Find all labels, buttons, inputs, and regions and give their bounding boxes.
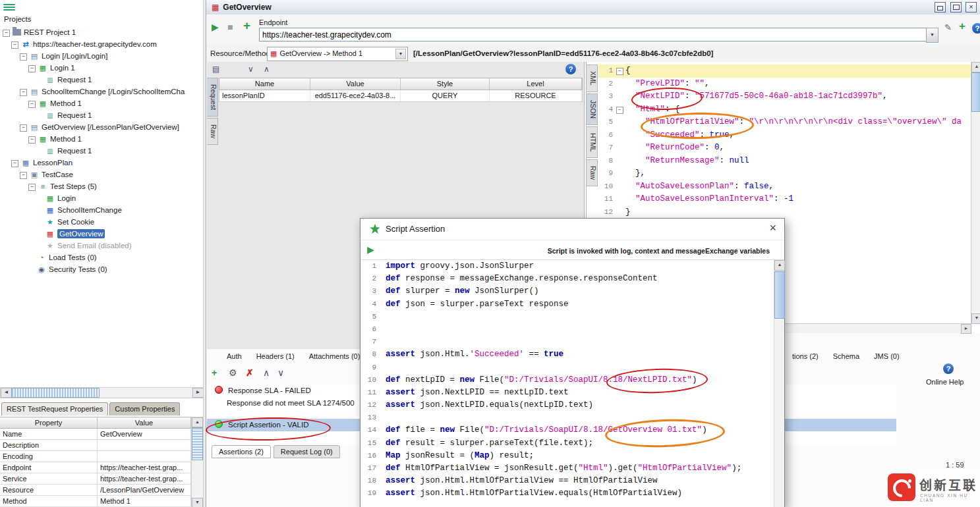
- expand-icon[interactable]: ∨: [248, 65, 254, 74]
- tab-schema[interactable]: Schema: [826, 350, 867, 362]
- tree-item[interactable]: ◉Security Tests (0): [0, 263, 203, 275]
- tree-item[interactable]: −▤GetOverview [/LessonPlan/GetOverview]: [0, 121, 203, 133]
- tab-jms-0[interactable]: JMS (0): [867, 350, 907, 362]
- tree-horizontal-scrollbar[interactable]: ◄ ►: [0, 387, 204, 398]
- method-selector[interactable]: ▦GetOverview -> Method 1 ▼: [267, 47, 408, 61]
- edit-params-icon[interactable]: ✎: [944, 22, 952, 32]
- tree-expander-icon[interactable]: −: [11, 41, 18, 49]
- tree-item[interactable]: −▦LessonPlan: [0, 157, 203, 169]
- scroll-up-icon[interactable]: ▲: [971, 62, 980, 72]
- maximize-window-icon[interactable]: [950, 2, 962, 13]
- tab-tions-2[interactable]: tions (2): [785, 350, 826, 362]
- tree-item[interactable]: ◔Load Tests (0): [0, 252, 203, 263]
- tab-auth[interactable]: Auth: [219, 350, 249, 362]
- response-view-tab-raw[interactable]: Raw: [587, 159, 598, 186]
- scrollbar-thumb[interactable]: [192, 427, 203, 460]
- online-help-label[interactable]: Online Help: [926, 378, 964, 386]
- request-view-tab-request[interactable]: Request: [207, 78, 218, 117]
- fold-icon[interactable]: [616, 103, 624, 117]
- tree-item[interactable]: ▦Login: [0, 192, 203, 204]
- property-value[interactable]: [98, 440, 191, 450]
- scrollbar-thumb[interactable]: [774, 271, 785, 319]
- tab-headers-1[interactable]: Headers (1): [249, 350, 302, 362]
- tab-request-log-0[interactable]: Request Log (0): [274, 445, 340, 458]
- property-value[interactable]: Method 1: [98, 496, 191, 506]
- fold-icon[interactable]: [616, 65, 624, 78]
- param-row[interactable]: lessonPlanIDedd51176-ece2-4a03-8...QUERY…: [219, 90, 583, 102]
- window-titlebar[interactable]: ▦GetOverview ×: [206, 0, 980, 15]
- tree-item[interactable]: ▥Request 1: [0, 145, 203, 157]
- scroll-down-icon[interactable]: ▼: [971, 313, 980, 324]
- tree-item[interactable]: −▣TestCase: [0, 169, 203, 180]
- property-value[interactable]: [98, 451, 191, 462]
- add-assertion-icon[interactable]: +: [212, 367, 217, 378]
- tree-expander-icon[interactable]: −: [20, 172, 27, 179]
- tab-assertions-2[interactable]: Assertions (2): [212, 445, 271, 458]
- tree-item[interactable]: −▤SchoolItemChange [/Login/SchoolItemCha: [0, 86, 203, 97]
- tree-expander-icon[interactable]: −: [28, 101, 36, 108]
- property-value[interactable]: GetOverview: [98, 429, 191, 439]
- online-help-icon[interactable]: ?: [943, 363, 954, 374]
- collapse-icon[interactable]: ∧: [264, 65, 270, 74]
- tree-item[interactable]: −▤Login [/Login/Login]: [0, 50, 203, 62]
- help-icon[interactable]: ?: [972, 23, 980, 34]
- response-view-tab-xml[interactable]: XML: [587, 65, 598, 92]
- tree-item[interactable]: −▦Login 1: [0, 62, 203, 74]
- dialog-scrollbar[interactable]: ▲: [774, 260, 784, 507]
- tree-expander-icon[interactable]: −: [28, 65, 36, 72]
- submit-request-icon[interactable]: ▶: [212, 22, 219, 32]
- request-view-tab-raw[interactable]: Raw: [207, 118, 218, 145]
- scroll-up-icon[interactable]: ▲: [192, 417, 203, 427]
- response-scrollbar[interactable]: ▲ ▼: [971, 62, 980, 324]
- close-window-icon[interactable]: ×: [966, 2, 977, 13]
- tree-item[interactable]: ★Send Email (disabled): [0, 240, 203, 252]
- undock-window-icon[interactable]: [935, 2, 946, 13]
- groovy-script-editor[interactable]: 1import groovy.json.JsonSlurper2def resp…: [360, 260, 774, 507]
- endpoint-input[interactable]: [259, 28, 929, 41]
- tree-expander-icon[interactable]: −: [3, 30, 10, 37]
- tree-item[interactable]: −⇄https://teacher-test.grapecitydev.com: [0, 38, 203, 50]
- property-value[interactable]: https://teacher-test.grap...: [98, 473, 191, 484]
- scroll-left-icon[interactable]: ◄: [1, 388, 12, 398]
- move-down-icon[interactable]: ∨: [277, 367, 284, 378]
- view-toggle-icon[interactable]: ▤: [212, 65, 219, 74]
- tree-expander-icon[interactable]: −: [28, 136, 36, 144]
- scroll-up-icon[interactable]: ▲: [774, 260, 785, 271]
- tab-custom-properties[interactable]: Custom Properties: [109, 402, 180, 415]
- tree-item[interactable]: −▦Method 1: [0, 133, 203, 145]
- delete-assertion-icon[interactable]: ✗: [246, 367, 254, 378]
- tab-rest-testrequest-properties[interactable]: REST TestRequest Properties: [1, 402, 108, 415]
- scroll-down-icon[interactable]: ▼: [192, 498, 203, 507]
- property-value[interactable]: https://teacher-test.grap...: [98, 462, 191, 473]
- scroll-right-icon[interactable]: ►: [192, 388, 204, 398]
- tree-item[interactable]: −≡Test Steps (5): [0, 180, 203, 192]
- response-view-tab-json[interactable]: JSON: [587, 93, 598, 125]
- move-up-icon[interactable]: ∧: [263, 367, 270, 378]
- property-value[interactable]: /LessonPlan/GetOverview: [98, 485, 191, 495]
- tree-item[interactable]: −REST Project 1: [0, 26, 203, 38]
- scrollbar-thumb[interactable]: [11, 388, 100, 398]
- tree-item[interactable]: ▦SchoolItemChange: [0, 204, 203, 216]
- tree-expander-icon[interactable]: −: [11, 160, 18, 167]
- cancel-request-icon[interactable]: ■: [227, 22, 233, 32]
- tree-expander-icon[interactable]: −: [20, 124, 27, 132]
- run-script-icon[interactable]: ▶: [367, 244, 374, 255]
- tab-attachments-0[interactable]: Attachments (0): [302, 350, 368, 362]
- scroll-right-icon[interactable]: ►: [961, 324, 971, 334]
- add-endpoint-icon[interactable]: +: [243, 18, 250, 33]
- gear-icon[interactable]: ⚙: [229, 367, 237, 378]
- tree-item[interactable]: ▦GetOverview: [0, 228, 203, 240]
- tree-expander-icon[interactable]: −: [20, 89, 27, 96]
- add-param-icon[interactable]: +: [959, 20, 966, 33]
- dialog-titlebar[interactable]: Script Assertion ×: [360, 219, 784, 240]
- help-icon[interactable]: ?: [565, 64, 576, 74]
- menu-icon[interactable]: [3, 3, 15, 12]
- tree-item[interactable]: ★Set Cookie: [0, 216, 203, 228]
- endpoint-dropdown-icon[interactable]: ▼: [926, 28, 938, 43]
- tree-item[interactable]: ▥Request 1: [0, 109, 203, 121]
- response-view-tab-html[interactable]: HTML: [587, 126, 598, 159]
- tree-item[interactable]: −▦Method 1: [0, 97, 203, 109]
- close-icon[interactable]: ×: [769, 221, 776, 235]
- tree-expander-icon[interactable]: −: [28, 184, 36, 191]
- tree-expander-icon[interactable]: −: [20, 53, 27, 61]
